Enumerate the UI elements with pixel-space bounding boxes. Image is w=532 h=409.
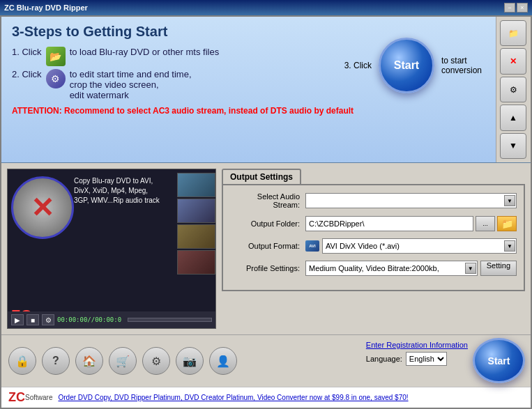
sidebar-remove-btn[interactable]: ✕ bbox=[500, 48, 526, 74]
step2-text2: crop the video screen, bbox=[70, 79, 192, 90]
lock-icon: 🔒 bbox=[15, 355, 29, 368]
step2-text3: edit watermark bbox=[70, 90, 192, 100]
footer-link[interactable]: Order DVD Copy, DVD Ripper Platinum, DVD… bbox=[58, 394, 408, 401]
close-button[interactable]: × bbox=[517, 3, 528, 13]
format-label: Output Format: bbox=[230, 242, 300, 250]
thumb4 bbox=[177, 250, 215, 275]
edit-icon[interactable]: ⚙ bbox=[46, 69, 66, 88]
step2-num: 2. Click bbox=[12, 69, 42, 79]
setting-button[interactable]: Setting bbox=[480, 261, 517, 276]
load-icon[interactable]: 📂 bbox=[46, 47, 66, 66]
up-arrow-icon: ▲ bbox=[509, 113, 517, 123]
language-row: Language: English bbox=[366, 352, 468, 366]
folder-row: Output Folder: ... 📁 bbox=[230, 216, 517, 231]
ad-text: Copy Blu-ray DVD to AVI, DivX, XviD, Mp4… bbox=[74, 176, 160, 206]
format-select[interactable]: AVI DivX Video (*.avi) bbox=[322, 238, 517, 254]
format-combo-wrapper: AVI AVI DivX Video (*.avi) ▼ bbox=[305, 238, 517, 254]
lock-button[interactable]: 🔒 bbox=[8, 347, 36, 375]
minimize-button[interactable]: − bbox=[504, 3, 515, 13]
format-row: Output Format: AVI AVI DivX Video (*.avi… bbox=[230, 238, 517, 254]
sidebar-settings-btn[interactable]: ⚙ bbox=[500, 77, 526, 102]
question-icon: ? bbox=[52, 355, 59, 367]
start-button-top[interactable]: Start bbox=[379, 38, 434, 93]
footer-software: Software bbox=[25, 394, 52, 401]
profile-row: Profile Settings: Medium Quality, Video … bbox=[230, 261, 517, 276]
attention-text: ATTENTION: Recommend to select AC3 audio… bbox=[12, 106, 520, 116]
left-ad-panel: ✕ Copy Blu-ray DVD to AVI, DivX, XviD, M… bbox=[7, 169, 216, 329]
right-panel: Output Settings Select Audio Stream: ▼ O… bbox=[222, 169, 525, 329]
folder-input-row: ... 📁 bbox=[305, 216, 517, 231]
user-button[interactable]: 👤 bbox=[209, 347, 237, 375]
footer-zc: ZC bbox=[8, 390, 25, 405]
player-controls: ▶ ■ ⚙ 00:00:00//00:00:0 bbox=[8, 311, 215, 328]
down-arrow-icon: ▼ bbox=[509, 141, 517, 151]
bluray-logo: ✕ bbox=[11, 176, 74, 239]
time-display: 00:00:00//00:00:0 bbox=[57, 316, 121, 323]
thumb1 bbox=[177, 173, 215, 197]
step1-num: 1. Click bbox=[12, 47, 42, 57]
language-select[interactable]: English bbox=[406, 352, 447, 366]
x-icon: ✕ bbox=[510, 56, 517, 66]
thumb3 bbox=[177, 224, 215, 249]
output-settings-tab[interactable]: Output Settings bbox=[222, 169, 301, 184]
step2-texts: to edit start time and end time, crop th… bbox=[70, 69, 192, 100]
folder-icon: 📁 bbox=[508, 29, 519, 38]
help-button[interactable]: ? bbox=[42, 347, 70, 375]
window-title: ZC Blu-ray DVD Ripper bbox=[4, 3, 88, 12]
open-folder-button[interactable]: 📁 bbox=[497, 216, 517, 231]
step3-text2: conversion bbox=[441, 65, 482, 75]
title-bar: ZC Blu-ray DVD Ripper − × bbox=[0, 0, 532, 15]
media-thumbs bbox=[177, 173, 215, 275]
step1-text: to load Blu-ray DVD or other mts files bbox=[70, 47, 220, 57]
audio-stream-select[interactable] bbox=[305, 193, 517, 208]
step3-click: 3. Click bbox=[344, 61, 372, 70]
bluray-x-icon: ✕ bbox=[31, 192, 54, 224]
registration-link[interactable]: Enter Registration Information bbox=[366, 341, 468, 349]
sidebar-load-btn[interactable]: 📁 bbox=[500, 20, 526, 46]
profile-controls: Medium Quality, Video Bitrate:2000kb, ▼ … bbox=[305, 261, 517, 276]
settings-button[interactable]: ⚙ bbox=[142, 347, 170, 375]
home-button[interactable]: 🏠 bbox=[75, 347, 103, 375]
folder-label: Output Folder: bbox=[230, 219, 300, 228]
footer-logo: ZC Software bbox=[8, 390, 52, 405]
middle-section: ✕ Copy Blu-ray DVD to AVI, DivX, XviD, M… bbox=[1, 163, 531, 334]
footer: ZC Software Order DVD Copy, DVD Ripper P… bbox=[1, 387, 531, 408]
step3-area: 3. Click Start to start conversion bbox=[344, 38, 482, 93]
thumb2 bbox=[177, 199, 215, 223]
top-section: 3-Steps to Getting Start 1. Click 📂 to l… bbox=[1, 17, 531, 163]
format-icon: AVI bbox=[305, 240, 319, 252]
step3-texts: to start conversion bbox=[441, 56, 482, 75]
browse-button[interactable]: ... bbox=[476, 216, 495, 231]
cart-icon: 🛒 bbox=[116, 355, 130, 368]
settings-box: Select Audio Stream: ▼ Output Folder: ..… bbox=[222, 184, 525, 291]
profile-label: Profile Settings: bbox=[230, 264, 300, 272]
sidebar-up-btn[interactable]: ▲ bbox=[500, 105, 526, 130]
play-button[interactable]: ▶ bbox=[11, 314, 24, 325]
home-icon: 🏠 bbox=[82, 355, 96, 368]
folder-open-icon: 📁 bbox=[501, 218, 513, 229]
bottom-section: 🔒 ? 🏠 🛒 ⚙ 📷 👤 Enter Registration Informa… bbox=[1, 334, 531, 387]
folder-input[interactable] bbox=[305, 216, 473, 231]
start-button-bottom[interactable]: Start bbox=[473, 338, 525, 383]
main-window: 3-Steps to Getting Start 1. Click 📂 to l… bbox=[0, 15, 532, 409]
sidebar-down-btn[interactable]: ▼ bbox=[500, 133, 526, 159]
capture-button[interactable]: 📷 bbox=[176, 347, 204, 375]
audio-stream-row: Select Audio Stream: ▼ bbox=[230, 192, 517, 209]
right-sidebar: 📁 ✕ ⚙ ▲ ▼ bbox=[496, 17, 531, 162]
audio-label: Select Audio Stream: bbox=[230, 192, 300, 209]
audio-combo-wrapper: ▼ bbox=[305, 193, 517, 208]
settings-icon: ⚙ bbox=[151, 355, 161, 368]
shop-button[interactable]: 🛒 bbox=[109, 347, 137, 375]
bottom-right: Enter Registration Information Language:… bbox=[366, 341, 468, 366]
gear-icon: ⚙ bbox=[510, 85, 517, 95]
profile-select[interactable]: Medium Quality, Video Bitrate:2000kb, bbox=[305, 261, 478, 276]
step3-text1: to start bbox=[441, 56, 482, 65]
camera-icon: 📷 bbox=[183, 355, 197, 368]
window-controls: − × bbox=[504, 3, 528, 13]
user-icon: 👤 bbox=[216, 355, 230, 368]
ad-content: ✕ Copy Blu-ray DVD to AVI, DivX, XviD, M… bbox=[8, 169, 215, 328]
extra-button[interactable]: ⚙ bbox=[42, 314, 54, 325]
progress-bar[interactable] bbox=[128, 318, 212, 322]
stop-button[interactable]: ■ bbox=[26, 314, 39, 325]
language-label: Language: bbox=[366, 355, 402, 363]
